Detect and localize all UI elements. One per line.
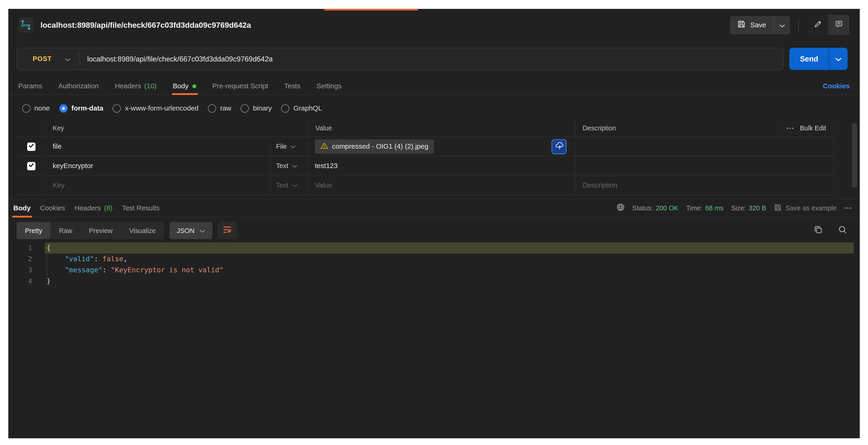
key-field-placeholder[interactable]: Key [45,176,270,195]
chevron-down-icon [65,54,70,64]
request-tabs: Params Authorization Headers(10) Body Pr… [8,78,860,95]
code-line: 4 } [8,276,860,287]
value-field[interactable]: test123 [308,156,576,175]
send-button-label[interactable]: Send [789,48,829,70]
copy-icon[interactable] [814,225,823,236]
type-select[interactable]: File [270,137,308,156]
type-select[interactable]: Text [270,156,308,175]
request-title: localhost:8989/api/file/check/667c03fd3d… [40,21,251,29]
wrap-text-icon [223,226,232,236]
description-field[interactable] [576,137,834,156]
send-button[interactable]: Send [789,48,848,70]
scrollbar-thumb[interactable] [852,123,857,187]
tab-tests[interactable]: Tests [284,78,301,94]
viewer-tab-pretty[interactable]: Pretty [17,222,51,239]
send-options-button[interactable] [829,48,848,70]
file-attachment-chip[interactable]: compressed - OIG1 (4) (2).jpeg [315,139,434,153]
time-value: 68 ms [705,204,723,212]
response-body-editor: 1 { 2 "valid": false, 3 "message": "KeyE… [8,242,860,438]
mode-label: none [34,104,50,112]
upload-file-button[interactable] [552,139,566,154]
tab-settings[interactable]: Settings [316,78,341,94]
value-field[interactable]: compressed - OIG1 (4) (2).jpeg [308,137,576,156]
code-line: 2 "valid": false, [8,254,860,265]
mode-none[interactable]: none [22,104,50,112]
chevron-down-icon [292,162,297,170]
value-field-placeholder[interactable]: Value [308,176,576,195]
type-label: Text [276,162,288,170]
headers-count: (8) [104,204,113,212]
viewer-tab-raw[interactable]: Raw [51,222,81,239]
comment-button[interactable] [828,15,849,35]
tab-authorization[interactable]: Authorization [58,78,99,94]
more-options-icon[interactable]: ••• [844,205,852,211]
mode-binary[interactable]: binary [241,104,272,112]
format-select[interactable]: JSON [169,222,212,239]
response-tab-headers[interactable]: Headers(8) [74,199,113,217]
mode-graphql[interactable]: GraphQL [281,104,322,112]
row-checkbox[interactable] [27,142,35,151]
tab-label: Test Results [122,204,160,212]
check-icon [28,143,34,150]
status-value: 200 OK [656,204,678,212]
cookies-link[interactable]: Cookies [823,82,850,90]
more-options-icon[interactable]: ••• [787,125,794,131]
description-field[interactable] [576,156,834,175]
viewer-tab-visualize[interactable]: Visualize [121,222,164,239]
tab-label: Tests [284,82,301,90]
response-tab-body[interactable]: Body [13,199,31,217]
warning-icon [320,142,328,151]
save-button-main[interactable]: Save [730,20,773,30]
mode-form-data[interactable]: form-data [59,104,103,112]
description-field-placeholder[interactable]: Description [576,176,834,195]
tab-label: Body [173,82,188,90]
table-row-empty: Key Text Value Description [17,176,834,195]
row-checkbox-cell [17,176,45,195]
radio-indicator [22,104,30,112]
tab-pre-request-script[interactable]: Pre-request Script [212,78,268,94]
tab-headers[interactable]: Headers(10) [115,78,157,94]
bulk-edit-link[interactable]: Bulk Edit [800,124,826,132]
row-checkbox[interactable] [27,162,35,170]
json-brace: } [46,276,51,287]
table-row: keyEncryptor Text test123 [17,156,834,176]
key-field[interactable]: file [45,137,270,156]
tab-label: Headers [115,82,141,90]
chevron-down-icon [292,181,297,189]
response-tab-cookies[interactable]: Cookies [40,199,65,217]
mode-raw[interactable]: raw [208,104,231,112]
search-icon[interactable] [838,225,847,236]
chevron-down-icon [779,20,785,30]
tab-label: Body [13,204,31,212]
key-field[interactable]: keyEncryptor [45,156,270,175]
response-tab-test-results[interactable]: Test Results [122,199,160,217]
headers-count: (10) [144,82,157,90]
save-button[interactable]: Save [730,16,790,34]
format-label: JSON [177,227,194,234]
type-label: Text [276,181,288,189]
wrap-lines-button[interactable] [217,222,237,239]
url-input[interactable]: localhost:8989/api/file/check/667c03fd3d… [80,55,273,63]
tab-label: Authorization [58,82,99,90]
viewer-tab-preview[interactable]: Preview [81,222,121,239]
save-as-example-button[interactable]: Save as example [774,203,836,213]
type-select[interactable]: Text [270,176,308,195]
save-options-button[interactable] [773,16,790,34]
radio-indicator [113,104,121,112]
json-punctuation: : [94,254,102,265]
select-all-column [17,120,45,137]
line-number: 3 [8,265,35,276]
tab-label: Params [18,82,42,90]
code-line: 1 { [8,242,860,254]
modified-dot-icon [192,84,196,88]
edit-button[interactable] [807,15,828,35]
app-window: HTTP localhost:8989/api/file/check/667c0… [8,9,860,438]
tab-label: Pre-request Script [212,82,268,90]
titlebar-divider [798,19,799,31]
method-select[interactable]: POST [17,54,79,64]
tab-params[interactable]: Params [18,78,42,94]
page: HTTP localhost:8989/api/file/check/667c0… [0,0,868,445]
mode-x-www-form-urlencoded[interactable]: x-www-form-urlencoded [113,104,198,112]
mode-label: raw [220,104,231,112]
tab-body[interactable]: Body [173,78,196,94]
